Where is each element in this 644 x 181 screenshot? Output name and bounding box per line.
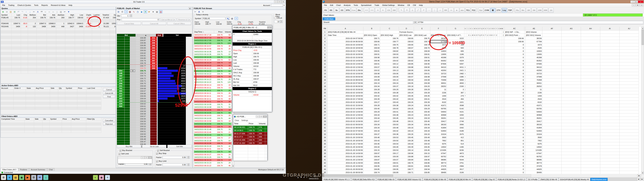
cell[interactable] <box>464 34 466 37</box>
cell[interactable] <box>600 130 620 132</box>
cell[interactable] <box>492 30 494 34</box>
cell[interactable]: 159.34 <box>399 123 414 126</box>
cell[interactable] <box>562 117 581 120</box>
cell[interactable] <box>490 107 492 110</box>
cell[interactable] <box>581 53 600 56</box>
font-icon[interactable]: A <box>198 10 201 13</box>
cell[interactable]: [ <box>503 34 505 37</box>
cell[interactable] <box>496 114 498 117</box>
cell[interactable] <box>466 50 468 53</box>
cell[interactable]: 2749 <box>447 120 464 123</box>
cell[interactable] <box>494 114 496 117</box>
cell[interactable] <box>474 114 476 117</box>
cell[interactable] <box>498 123 500 126</box>
col-header-AJ[interactable]: AJ <box>620 27 639 30</box>
cell[interactable] <box>468 130 470 132</box>
block-filter-value[interactable]: 10 <box>274 20 280 23</box>
cell[interactable]: . <box>503 46 505 50</box>
cell[interactable] <box>524 50 526 53</box>
sierra-toolbar-tc2[interactable]: TC2 <box>471 8 476 12</box>
cell[interactable] <box>500 94 501 98</box>
cell[interactable] <box>468 72 470 75</box>
row-number[interactable]: 35 <box>322 139 328 142</box>
sierra-menu-edit[interactable]: Edit <box>329 4 334 7</box>
cell[interactable] <box>581 98 600 101</box>
cell[interactable]: 158.87 <box>364 158 380 162</box>
cell[interactable] <box>524 66 526 69</box>
cell[interactable] <box>494 164 496 168</box>
cell[interactable] <box>466 114 468 117</box>
cell[interactable]: 159.33 <box>414 117 430 120</box>
dom-qty-input[interactable]: 1 <box>121 14 129 17</box>
cell[interactable] <box>470 136 472 139</box>
cell[interactable] <box>479 56 481 59</box>
filled-orders-table-col[interactable]: Qty <box>42 118 50 120</box>
cell[interactable] <box>492 126 494 130</box>
cell[interactable] <box>481 123 483 126</box>
cell[interactable] <box>474 164 476 168</box>
cell[interactable] <box>490 98 492 101</box>
cell[interactable] <box>483 162 485 164</box>
cell[interactable]: 158.69 <box>364 46 380 50</box>
order-qty-cell[interactable] <box>130 138 136 140</box>
cell[interactable] <box>485 88 486 91</box>
cell[interactable] <box>486 82 488 85</box>
cell[interactable] <box>476 162 477 164</box>
cell[interactable] <box>481 91 483 94</box>
cell[interactable] <box>483 75 485 78</box>
cell[interactable] <box>524 133 526 136</box>
cell[interactable]: 158.98 <box>364 56 380 59</box>
cell[interactable]: 158.85 <box>399 62 414 66</box>
cell[interactable] <box>620 171 639 174</box>
block-filter-stepper[interactable]: ▲▼ <box>280 20 282 23</box>
cell[interactable] <box>581 69 600 72</box>
col-header-narrow[interactable]: P <box>479 27 481 30</box>
cell[interactable] <box>490 104 492 107</box>
cell[interactable] <box>481 142 483 146</box>
cell[interactable] <box>468 149 470 152</box>
cell[interactable] <box>524 37 526 40</box>
cell[interactable] <box>600 40 620 43</box>
quotes-row[interactable]: FDAXH510847.5-55.0210847.010848.0110942.… <box>1 22 116 25</box>
tray-expand-icon[interactable]: ▲ <box>297 176 299 178</box>
cell[interactable] <box>581 94 600 98</box>
ladder-row[interactable]: 158.53 <box>117 125 192 128</box>
cell[interactable] <box>501 66 503 69</box>
sierra-menu-file[interactable]: File <box>323 4 328 7</box>
cell[interactable] <box>542 82 562 85</box>
price-cell[interactable]: 158.57 <box>136 115 150 118</box>
bid-cell[interactable]: 437 <box>117 95 124 97</box>
sierra-toolbar-sw[interactable]: SW <box>392 8 397 12</box>
cell[interactable] <box>492 56 494 59</box>
cell[interactable] <box>485 94 486 98</box>
cell[interactable] <box>562 120 581 123</box>
cell[interactable] <box>474 146 476 149</box>
cell[interactable] <box>485 158 486 162</box>
cell[interactable] <box>500 75 501 78</box>
cell[interactable] <box>496 130 498 132</box>
cell[interactable] <box>483 30 485 34</box>
cell[interactable]: 159.28 <box>364 88 380 91</box>
cell[interactable]: 0 <box>505 59 524 62</box>
cell[interactable] <box>477 98 479 101</box>
cell[interactable] <box>483 69 485 72</box>
cell[interactable] <box>496 78 498 82</box>
cell[interactable] <box>524 152 526 155</box>
cell[interactable] <box>494 46 496 50</box>
ask-cell[interactable] <box>150 70 157 72</box>
cell[interactable] <box>470 110 472 114</box>
cell[interactable] <box>483 62 485 66</box>
sierra-minimize-button[interactable]: – <box>630 0 634 3</box>
cell[interactable]: 0 <box>505 133 524 136</box>
font-icon[interactable]: A <box>36 10 40 13</box>
tick-row[interactable]: 04/02/2015 08:16:22158.75120 <box>194 81 232 84</box>
price-cell[interactable]: 158.67 <box>136 90 150 92</box>
row-number[interactable]: 12 <box>322 66 328 69</box>
cell[interactable] <box>500 133 501 136</box>
cell[interactable] <box>477 69 479 72</box>
cell[interactable] <box>481 126 483 130</box>
col-header-narrow[interactable]: X <box>494 27 496 30</box>
cell[interactable] <box>488 75 490 78</box>
cell[interactable] <box>476 117 477 120</box>
bid-cell[interactable] <box>117 49 124 52</box>
